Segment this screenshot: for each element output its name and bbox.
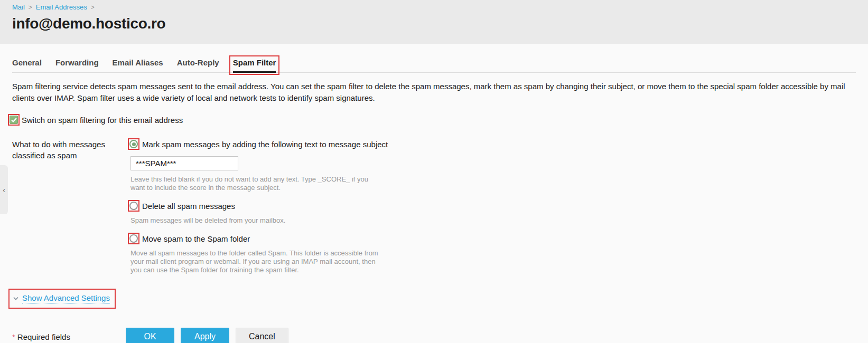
option-move-spam: Move spam to the Spam folder [128,233,388,244]
tab-forwarding[interactable]: Forwarding [55,54,99,72]
spam-switch-checkbox[interactable] [10,116,18,124]
mark-spam-help-text: Leave this field blank if you do not wan… [130,175,381,192]
spam-switch-label[interactable]: Switch on spam filtering for this email … [22,116,183,125]
breadcrumb-link-mail[interactable]: Mail [12,3,25,11]
delete-spam-help-text: Spam messages will be deleted from your … [130,216,381,225]
radio-move-spam-label[interactable]: Move spam to the Spam folder [142,234,250,243]
page-header: Mail>Email Addresses> info@demo.hostico.… [0,0,868,44]
spam-action-options: Mark spam messages by adding the followi… [128,138,388,274]
annotation-box: Show Advanced Settings [8,289,116,309]
form-footer: *Required fields OK Apply Cancel [12,328,868,343]
radio-mark-spam[interactable] [129,140,138,148]
tab-bar: General Forwarding Email Aliases Auto-Re… [12,54,856,73]
apply-button[interactable]: Apply [181,328,229,343]
radio-move-spam[interactable] [129,234,138,243]
spam-subject-text-input[interactable] [130,156,238,170]
active-tab-underline [233,71,276,73]
chevron-right-icon: > [29,4,32,11]
annotation-box [8,114,20,126]
advanced-settings-row: Show Advanced Settings [8,289,868,309]
breadcrumb: Mail>Email Addresses> [12,3,856,11]
show-advanced-settings-link[interactable]: Show Advanced Settings [13,293,110,303]
spam-action-group-label: What to do with messages classified as s… [12,138,120,161]
tab-spam-filter[interactable]: Spam Filter [233,54,276,72]
cancel-button[interactable]: Cancel [236,328,288,343]
sidebar-collapse-toggle[interactable]: ‹ [0,165,8,214]
show-advanced-settings-label: Show Advanced Settings [22,293,110,303]
option-delete-spam: Delete all spam messages [128,200,388,212]
page-title: info@demo.hostico.ro [12,15,856,32]
tab-email-aliases[interactable]: Email Aliases [113,54,163,72]
move-spam-help-text: Move all spam messages to the folder cal… [130,249,381,274]
spam-switch-row: Switch on spam filtering for this email … [8,114,868,126]
radio-mark-spam-label[interactable]: Mark spam messages by adding the followi… [142,140,388,149]
tab-spam-filter-label: Spam Filter [233,58,276,67]
chevron-down-icon [13,297,18,300]
tab-auto-reply[interactable]: Auto-Reply [177,54,219,72]
breadcrumb-link-email-addresses[interactable]: Email Addresses [36,3,87,11]
annotation-box [128,138,139,150]
option-mark-spam: Mark spam messages by adding the followi… [128,138,388,150]
chevron-right-icon: > [91,4,95,11]
ok-button[interactable]: OK [126,328,174,343]
required-fields-label: Required fields [17,332,70,341]
radio-delete-spam-label[interactable]: Delete all spam messages [142,202,235,211]
checkmark-icon [11,118,17,122]
spam-action-form: What to do with messages classified as s… [12,138,868,274]
annotation-box [128,233,139,244]
radio-delete-spam[interactable] [129,202,138,210]
required-asterisk: * [12,332,15,341]
annotation-box [128,200,139,212]
radio-dot [132,142,136,146]
chevron-left-icon: ‹ [3,186,5,194]
spam-filter-description: Spam filtering service detects spam mess… [12,81,861,104]
tab-general[interactable]: General [12,54,42,72]
required-fields-note: *Required fields [12,332,126,341]
